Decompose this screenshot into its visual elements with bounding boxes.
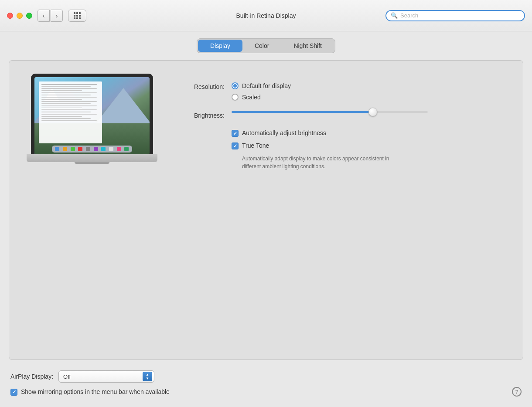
mirror-check-icon: ✓ — [12, 389, 16, 395]
search-input[interactable] — [400, 12, 520, 19]
maximize-button[interactable] — [26, 13, 32, 19]
window-title: Built-in Retina Display — [236, 12, 296, 19]
search-box: 🔍 — [385, 10, 525, 21]
auto-brightness-checkbox[interactable]: ✓ — [232, 130, 239, 137]
true-tone-check-icon: ✓ — [233, 143, 237, 149]
close-button[interactable] — [7, 13, 13, 19]
brightness-slider-thumb[interactable] — [368, 108, 377, 116]
mirror-label: Show mirroring options in the menu bar w… — [21, 388, 170, 395]
brightness-row: Brightness: — [184, 111, 505, 119]
radio-default-label: Default for display — [242, 82, 291, 89]
radio-default-outer[interactable] — [232, 82, 239, 89]
radio-scaled[interactable]: Scaled — [232, 94, 291, 101]
tab-display[interactable]: Display — [198, 40, 242, 52]
mirror-row: ✓ Show mirroring options in the menu bar… — [10, 387, 522, 397]
screen-background — [34, 77, 150, 154]
laptop — [27, 74, 157, 162]
grid-view-button[interactable] — [68, 10, 86, 22]
true-tone-row: ✓ True Tone — [232, 142, 505, 149]
tabs-container: Display Color Night Shift — [9, 38, 523, 53]
radio-default[interactable]: Default for display — [232, 82, 291, 89]
back-button[interactable]: ‹ — [38, 10, 50, 22]
dock-bar — [52, 146, 133, 153]
dropdown-arrows-icon: ▲ ▼ — [143, 372, 152, 381]
document-overlay — [39, 81, 102, 143]
laptop-illustration — [27, 74, 157, 162]
brightness-slider-fill — [232, 111, 373, 113]
bottom-section: AirPlay Display: Off ▲ ▼ ✓ Show mirrorin… — [9, 367, 523, 400]
airplay-dropdown[interactable]: Off ▲ ▼ — [58, 370, 154, 383]
brightness-slider-container — [232, 111, 428, 113]
mirror-checkbox[interactable]: ✓ — [10, 389, 17, 396]
radio-scaled-outer[interactable] — [232, 94, 239, 101]
true-tone-checkbox[interactable]: ✓ — [232, 142, 239, 149]
titlebar: ‹ › Built-in Retina Display 🔍 — [0, 0, 532, 31]
resolution-label: Resolution: — [184, 82, 232, 90]
laptop-base — [27, 154, 157, 162]
display-panel: Resolution: Default for display Scaled — [9, 60, 523, 360]
back-icon: ‹ — [43, 12, 45, 19]
true-tone-label: True Tone — [242, 142, 269, 149]
airplay-label: AirPlay Display: — [10, 373, 53, 380]
question-icon: ? — [515, 389, 518, 395]
auto-brightness-row: ✓ Automatically adjust brightness — [232, 129, 505, 137]
radio-scaled-label: Scaled — [242, 94, 261, 101]
forward-icon: › — [56, 12, 58, 19]
auto-brightness-label: Automatically adjust brightness — [242, 129, 326, 136]
dropdown-down-icon: ▼ — [146, 377, 149, 380]
airplay-row: AirPlay Display: Off ▲ ▼ — [10, 370, 522, 383]
resolution-options: Default for display Scaled — [232, 82, 291, 101]
tab-night-shift[interactable]: Night Shift — [281, 40, 334, 52]
brightness-slider-track — [232, 111, 428, 113]
resolution-row: Resolution: Default for display Scaled — [184, 82, 505, 101]
search-icon: 🔍 — [391, 12, 398, 19]
auto-brightness-check-icon: ✓ — [233, 131, 237, 136]
nav-buttons: ‹ › — [38, 10, 63, 22]
help-button[interactable]: ? — [512, 387, 522, 397]
main-content: Display Color Night Shift — [0, 31, 532, 407]
dropdown-up-icon: ▲ — [146, 373, 149, 376]
brightness-label: Brightness: — [184, 111, 232, 119]
laptop-screen-outer — [31, 74, 153, 154]
radio-default-inner — [233, 84, 237, 88]
true-tone-description: Automatically adapt display to make colo… — [242, 155, 408, 170]
grid-icon — [74, 12, 81, 19]
laptop-screen-inner — [34, 77, 150, 154]
minimize-button[interactable] — [17, 13, 23, 19]
tabs: Display Color Night Shift — [197, 38, 335, 53]
forward-button[interactable]: › — [51, 10, 63, 22]
controls: Resolution: Default for display Scaled — [184, 74, 505, 170]
tab-color[interactable]: Color — [242, 40, 281, 52]
airplay-dropdown-value: Off — [63, 373, 71, 380]
traffic-lights — [7, 13, 32, 19]
